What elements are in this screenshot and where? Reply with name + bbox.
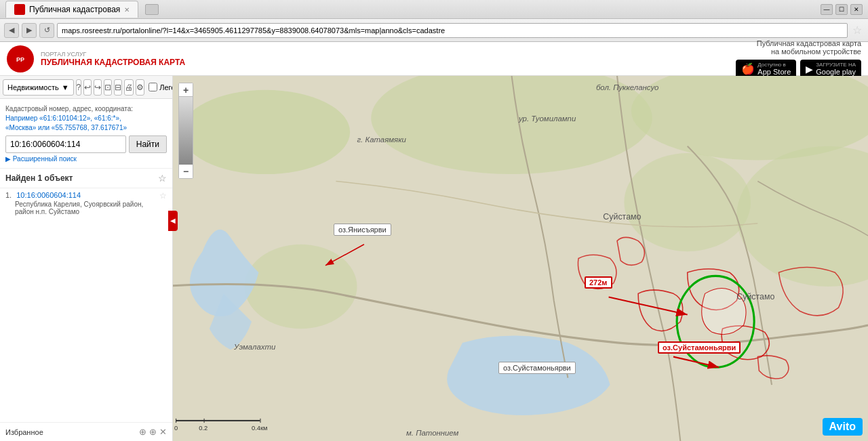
bookmark-star[interactable]: ☆ [850,24,864,37]
result-star[interactable]: ☆ [159,191,167,201]
svg-text:г. Катаямяки: г. Катаямяки [357,135,407,144]
svg-rect-24 [260,419,260,423]
app-container: РР ПОРТАЛ УСЛУГ ПУБЛИЧНАЯ КАДАСТРОВАЯ КА… [0,42,868,441]
portal-logo: РР [7,45,34,72]
results-star[interactable]: ☆ [158,173,167,184]
search-hint: Кадастровый номер, адрес, координата: На… [5,104,167,133]
svg-text:Суйстамо: Суйстамо [603,212,641,222]
avito-badge: Avito [823,418,863,436]
search-button[interactable]: Найти [129,135,167,153]
fav-export-icon[interactable]: ⊕ [149,427,157,437]
toolbar-help-btn[interactable]: ? [76,79,82,96]
svg-point-8 [624,153,751,251]
address-bar[interactable] [57,23,848,38]
zoom-in-btn[interactable]: + [179,83,193,97]
back-btn[interactable]: ◀ [4,23,19,38]
results-section: Найден 1 объект ☆ [0,169,172,188]
search-section: Кадастровый номер, адрес, координата: На… [0,99,172,169]
maximize-btn[interactable]: ☐ [835,4,848,15]
app-header: РР ПОРТАЛ УСЛУГ ПУБЛИЧНАЯ КАДАСТРОВАЯ КА… [0,42,868,76]
fav-delete-icon[interactable]: ✕ [159,427,167,437]
map-zoom-controls: + − [178,83,193,179]
mobile-promo: Публичная кадастровая карта на мобильном… [757,39,861,56]
advanced-search-link[interactable]: ▶ Расширенный поиск [5,155,167,163]
forward-btn[interactable]: ▶ [22,23,37,38]
googleplay-icon: ▶ [806,64,813,75]
toolbar-print-btn[interactable]: 🖨 [124,79,134,96]
legend-check[interactable] [149,83,157,91]
portal-title: ПОРТАЛ УСЛУГ ПУБЛИЧНАЯ КАДАСТРОВАЯ КАРТА [41,51,185,67]
refresh-btn[interactable]: ↺ [39,23,54,38]
svg-text:м. Патоннием: м. Патоннием [406,429,459,437]
svg-text:0.2: 0.2 [199,425,208,432]
portal-name: ПУБЛИЧНАЯ КАДАСТРОВАЯ КАРТА [41,58,185,67]
browser-tab[interactable]: Публичная кадастровая ✕ [5,1,138,18]
distance-272-callout: 272м [585,276,612,289]
tab-favicon [14,4,25,15]
result-link[interactable]: 10:16:0060604:114 [16,191,81,199]
map-toolbar: Недвижимость ▼ ? ↩ ↪ ⊡ ⊟ 🖨 ⚙ Легенда ⊞ У… [0,76,172,99]
svg-point-3 [181,90,350,174]
legend-checkbox[interactable]: Легенда [149,83,173,91]
dropdown-arrow: ▼ [62,83,69,91]
svg-text:Суйстамо: Суйстамо [736,292,774,301]
close-btn[interactable]: ✕ [850,4,863,15]
fav-add-icon[interactable]: ⊕ [139,427,146,437]
tab-close-btn[interactable]: ✕ [124,6,130,14]
svg-text:бол. Пуккелансуо: бол. Пуккелансуо [596,83,659,91]
toolbar-redo-btn[interactable]: ↪ [94,79,102,96]
portal-subtitle: ПОРТАЛ УСЛУГ [41,51,185,58]
svg-rect-21 [176,420,260,421]
svg-text:РР: РР [16,56,24,63]
toolbar-measure-btn[interactable]: ⊡ [104,79,112,96]
toolbar-area-btn[interactable]: ⊟ [114,79,122,96]
distance-260-callout: оз.Суйстамоньярви [658,341,741,354]
minimize-btn[interactable]: — [821,4,833,15]
browser-titlebar: Публичная кадастровая ✕ — ☐ ✕ [0,0,868,19]
new-tab-btn[interactable] [145,4,159,15]
search-row: Найти [5,135,167,153]
favorites-section: Избранное ⊕ ⊕ ✕ [0,422,172,441]
window-controls: — ☐ ✕ [821,4,863,15]
svg-text:ур. Туомилампи: ур. Туомилампи [518,114,576,123]
content-area: Недвижимость ▼ ? ↩ ↪ ⊡ ⊟ 🖨 ⚙ Легенда ⊞ У… [0,76,868,441]
tab-title: Публичная кадастровая [29,5,120,14]
map-svg: бол. Пуккелансуо ур. Туомилампи г. Катая… [173,76,868,441]
apple-icon: 🍎 [741,62,755,75]
nedv-dropdown[interactable]: Недвижимость ▼ [3,79,74,96]
zoom-slider[interactable] [179,97,193,165]
results-title: Найден 1 объект [5,173,73,183]
fav-icons: ⊕ ⊕ ✕ [139,427,167,437]
svg-rect-23 [204,419,205,423]
toolbar-settings-btn[interactable]: ⚙ [136,79,144,96]
map-area[interactable]: бол. Пуккелансуо ур. Туомилампи г. Катая… [173,76,868,441]
result-item: ☆ 1. 10:16:0060604:114 Республика Карели… [0,188,172,218]
zoom-out-btn[interactable]: − [179,165,193,178]
svg-text:0: 0 [174,425,178,432]
svg-text:Уэмалахти: Уэмалахти [233,343,276,351]
svg-text:0.4км: 0.4км [252,425,267,432]
search-input[interactable] [5,135,126,153]
sidebar: Недвижимость ▼ ? ↩ ↪ ⊡ ⊟ 🖨 ⚙ Легенда ⊞ У… [0,76,173,441]
svg-rect-22 [176,419,176,423]
result-address: Республика Карелия, Суоярвский район, ра… [15,201,167,215]
toolbar-undo-btn[interactable]: ↩ [83,79,92,96]
sidebar-collapse-arrow[interactable]: ◀ [168,211,178,231]
